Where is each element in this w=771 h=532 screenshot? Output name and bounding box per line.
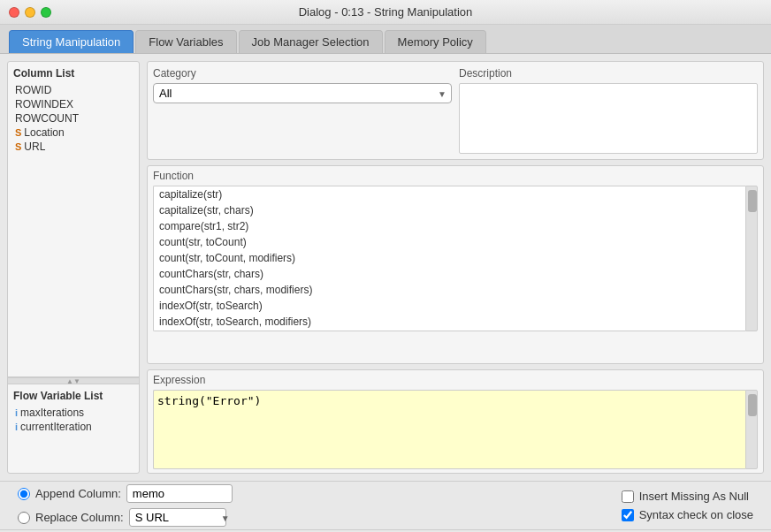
window-title: Dialog - 0:13 - String Manipulation	[299, 5, 473, 19]
list-item[interactable]: indexOf(str, toSearch)	[154, 298, 745, 314]
tab-bar: String Manipulation Flow Variables Job M…	[0, 25, 771, 54]
insert-missing-checkbox[interactable]	[622, 490, 634, 503]
window-controls	[9, 7, 51, 18]
list-item[interactable]: countChars(str, chars, modifiers)	[154, 282, 745, 298]
maximize-button[interactable]	[41, 7, 51, 18]
list-item[interactable]: count(str, toCount, modifiers)	[154, 250, 745, 266]
expression-label: Expression	[153, 374, 758, 386]
flow-variable-list-panel: Flow Variable List i maxIterations i cur…	[8, 384, 139, 473]
tab-job-manager-selection[interactable]: Job Manager Selection	[239, 30, 383, 53]
description-col: Description	[459, 67, 758, 154]
column-name: URL	[24, 141, 45, 153]
list-item[interactable]: i currentIteration	[13, 420, 134, 434]
category-select[interactable]: All String Math Date/Time Logical	[153, 83, 452, 103]
expression-scrollbar[interactable]	[745, 390, 758, 469]
tab-flow-variables[interactable]: Flow Variables	[135, 30, 236, 53]
titlebar: Dialog - 0:13 - String Manipulation	[0, 0, 771, 25]
append-column-row: Append Column:	[18, 484, 235, 503]
function-section: Function capitalize(str) capitalize(str,…	[147, 165, 764, 364]
description-label: Description	[459, 67, 758, 80]
category-label: Category	[153, 67, 452, 80]
flow-var-name: currentIteration	[20, 421, 92, 433]
list-item[interactable]: countChars(str, chars)	[154, 266, 745, 282]
append-column-label: Append Column:	[35, 487, 121, 500]
replace-column-label: Replace Column:	[35, 511, 124, 524]
bottom-bar: Append Column: Replace Column: S URL S L…	[0, 481, 771, 529]
bottom-right: Insert Missing As Null Syntax check on c…	[622, 490, 753, 521]
syntax-check-row: Syntax check on close	[622, 508, 753, 521]
expression-row	[153, 390, 758, 469]
syntax-check-checkbox[interactable]	[622, 509, 634, 521]
list-item[interactable]: capitalize(str, chars)	[154, 202, 745, 218]
flow-variable-list-title: Flow Variable List	[13, 390, 134, 402]
function-list-wrapper: capitalize(str) capitalize(str, chars) c…	[153, 186, 758, 331]
column-name: Location	[24, 126, 64, 139]
category-description-row: Category All String Math Date/Time Logic…	[153, 67, 758, 154]
category-col: Category All String Math Date/Time Logic…	[153, 67, 452, 103]
expression-section: Expression	[147, 369, 764, 474]
column-name: ROWINDEX	[15, 98, 73, 110]
list-item[interactable]: indexOf(str, toSearch, modifiers)	[154, 314, 745, 330]
function-list-scrollbar[interactable]	[745, 186, 758, 331]
main-content: Column List ROWID ROWINDEX ROWCOUNT S Lo…	[0, 54, 771, 481]
bottom-left: Append Column: Replace Column: S URL S L…	[18, 484, 235, 527]
function-label: Function	[153, 170, 758, 182]
list-item[interactable]: count(str, toCount)	[154, 234, 745, 250]
list-item[interactable]: S Location	[13, 125, 134, 140]
left-panel: Column List ROWID ROWINDEX ROWCOUNT S Lo…	[7, 61, 140, 474]
list-item[interactable]: S URL	[13, 140, 134, 154]
minimize-button[interactable]	[25, 7, 35, 18]
i-type-icon: i	[15, 422, 18, 432]
append-column-input[interactable]	[126, 484, 233, 503]
syntax-check-label: Syntax check on close	[639, 508, 753, 521]
right-panel: Category All String Math Date/Time Logic…	[147, 61, 764, 474]
i-type-icon: i	[15, 407, 18, 418]
list-item[interactable]: ROWCOUNT	[13, 111, 134, 125]
s-type-icon: S	[15, 141, 21, 152]
list-item[interactable]: capitalize(str)	[154, 186, 745, 202]
list-item[interactable]: i maxIterations	[13, 406, 134, 420]
replace-column-select-wrapper: S URL S Location ▼	[129, 508, 235, 527]
scrollbar-thumb	[748, 394, 757, 416]
list-item[interactable]: ROWINDEX	[13, 97, 134, 111]
category-description-section: Category All String Math Date/Time Logic…	[147, 61, 764, 160]
tab-string-manipulation[interactable]: String Manipulation	[9, 30, 134, 53]
flow-var-name: maxIterations	[20, 407, 84, 419]
replace-column-radio[interactable]	[18, 512, 30, 524]
column-list-panel: Column List ROWID ROWINDEX ROWCOUNT S Lo…	[8, 62, 139, 377]
resize-handle[interactable]: ▲▼	[8, 377, 139, 384]
insert-missing-label: Insert Missing As Null	[639, 490, 749, 503]
expression-input[interactable]	[153, 390, 745, 469]
category-select-wrapper: All String Math Date/Time Logical ▼	[153, 83, 452, 103]
append-column-radio[interactable]	[18, 488, 30, 500]
replace-column-select[interactable]: S URL S Location	[129, 508, 226, 527]
function-list[interactable]: capitalize(str) capitalize(str, chars) c…	[153, 186, 745, 331]
insert-missing-row: Insert Missing As Null	[622, 490, 753, 503]
list-item[interactable]: ROWID	[13, 83, 134, 97]
column-list-title: Column List	[13, 67, 134, 80]
replace-column-row: Replace Column: S URL S Location ▼	[18, 508, 235, 527]
tab-memory-policy[interactable]: Memory Policy	[385, 30, 486, 53]
column-name: ROWCOUNT	[15, 112, 79, 125]
s-type-icon: S	[15, 127, 21, 138]
list-item[interactable]: compare(str1, str2)	[154, 218, 745, 234]
description-box	[459, 83, 758, 154]
scrollbar-thumb	[748, 190, 757, 212]
column-name: ROWID	[15, 84, 51, 96]
close-button[interactable]	[9, 7, 19, 18]
list-item[interactable]: indexOf(str, toSearch, start)	[154, 330, 745, 331]
